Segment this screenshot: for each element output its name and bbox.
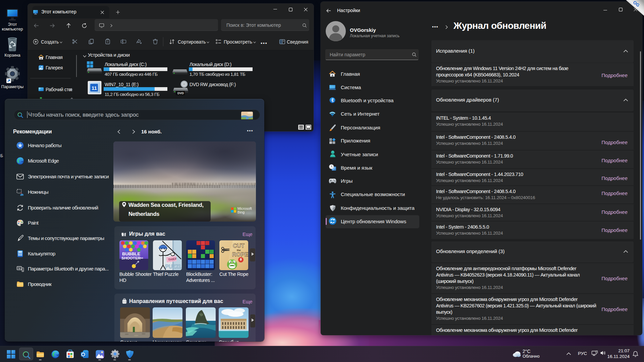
- svg-text:ROPE: ROPE: [232, 251, 248, 258]
- svg-text:CUT: CUT: [233, 243, 245, 249]
- svg-text:SHOOTER: SHOOTER: [121, 256, 141, 260]
- svg-text:HD: HD: [140, 257, 143, 259]
- svg-text:BUBBLE: BUBBLE: [122, 251, 140, 256]
- svg-text:PUZZLE: PUZZLE: [165, 264, 182, 269]
- svg-text:11: 11: [92, 85, 97, 91]
- svg-text:A: A: [122, 40, 123, 43]
- svg-text:DVD: DVD: [177, 92, 184, 95]
